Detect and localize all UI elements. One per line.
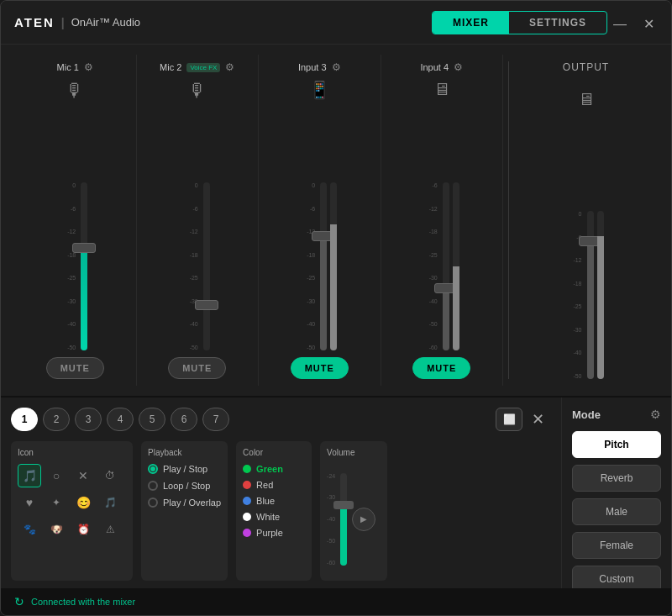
playback-radio-group: Play / Stop Loop / Stop Play / Overlap <box>148 464 221 508</box>
sb-tab-3[interactable]: 3 <box>75 408 102 431</box>
input3-mute-button[interactable]: MUTE <box>291 357 349 379</box>
mode-settings-icon[interactable]: ⚙ <box>650 408 661 421</box>
tab-mixer[interactable]: MIXER <box>433 12 509 34</box>
nav-tabs: MIXER SETTINGS <box>432 11 607 34</box>
minimize-button[interactable]: — <box>610 14 630 34</box>
color-section-title: Color <box>243 448 305 457</box>
color-option-green[interactable]: Green <box>243 464 305 474</box>
status-bar: ↻ Connected with the mixer <box>1 588 671 615</box>
playback-loop-stop-label: Loop / Stop <box>163 481 210 491</box>
input3-db-scale: 0 -6 -12 -18 -25 -30 -40 -50 <box>302 182 317 350</box>
icon-section-title: Icon <box>18 448 126 457</box>
playback-play-overlap-label: Play / Overlap <box>163 498 221 508</box>
input4-fader-track1[interactable] <box>443 182 449 350</box>
channel-mic2-header: Mic 2 Voice FX ⚙ <box>142 61 254 73</box>
mic2-gear-icon[interactable]: ⚙ <box>225 61 234 73</box>
mic1-mute-button[interactable]: MUTE <box>46 357 104 379</box>
sb-tab-4[interactable]: 4 <box>107 408 134 431</box>
icon-cell-2[interactable]: ✕ <box>71 464 95 487</box>
bottom-section: 1 2 3 4 5 6 7 ⬜ ✕ Icon 🎵 <box>1 398 671 588</box>
input4-fader-area: -6 -12 -18 -25 -30 -40 -50 -60 <box>386 106 498 350</box>
output-icon: 🖥 <box>578 90 595 109</box>
mic1-gear-icon[interactable]: ⚙ <box>84 61 93 73</box>
channel-output-header: OUTPUT <box>519 61 653 73</box>
mic1-db-scale: 0 -6 -12 -18 -25 -30 -40 -50 <box>62 182 77 350</box>
input4-fader-track2[interactable] <box>453 182 459 350</box>
sb-tab-2[interactable]: 2 <box>43 408 70 431</box>
mode-header: Mode ⚙ <box>572 408 661 421</box>
input3-icon: 📱 <box>309 80 330 100</box>
mic1-fader-area: 0 -6 -12 -18 -25 -30 -40 -50 <box>19 108 131 350</box>
icon-cell-1[interactable]: ○ <box>45 464 68 487</box>
color-option-blue[interactable]: Blue <box>243 496 305 506</box>
icon-cell-4[interactable]: ♥ <box>18 491 41 514</box>
color-options: Green Red Blue <box>243 464 305 538</box>
mic2-mute-button[interactable]: MUTE <box>168 357 226 379</box>
channel-input4-label: Input 4 <box>420 62 449 72</box>
color-option-red[interactable]: Red <box>243 480 305 490</box>
mic1-fader-thumb[interactable] <box>72 243 96 253</box>
sb-tab-1[interactable]: 1 <box>11 408 38 431</box>
color-dot-purple <box>243 529 251 537</box>
icon-cell-8[interactable]: 🐾 <box>18 518 41 541</box>
input4-mute-button[interactable]: MUTE <box>412 357 470 379</box>
volume-play-button[interactable]: ▶ <box>352 508 375 531</box>
icon-cell-0[interactable]: 🎵 <box>18 464 41 487</box>
input3-fader-track1[interactable] <box>320 182 327 350</box>
mic2-fader-thumb[interactable] <box>195 300 218 310</box>
icon-cell-7[interactable]: 🎵 <box>98 491 122 514</box>
input3-fader-track2[interactable] <box>330 182 337 350</box>
icon-cell-10[interactable]: ⏰ <box>71 518 95 541</box>
status-text: Connected with the mixer <box>31 597 135 607</box>
color-option-white[interactable]: White <box>243 512 305 522</box>
icon-cell-11[interactable]: ⚠ <box>98 518 122 541</box>
icon-cell-9[interactable]: 🐶 <box>45 518 68 541</box>
sb-tab-7[interactable]: 7 <box>202 408 229 431</box>
radio-loop-stop <box>148 481 158 491</box>
mic2-icon: 🎙 <box>188 80 207 102</box>
volume-fill <box>340 505 347 566</box>
mode-button-reverb[interactable]: Reverb <box>572 465 661 492</box>
playback-option-play-stop[interactable]: Play / Stop <box>148 464 221 474</box>
playback-option-loop-stop[interactable]: Loop / Stop <box>148 481 221 491</box>
input4-gear-icon[interactable]: ⚙ <box>454 61 463 73</box>
volume-track[interactable] <box>340 473 347 566</box>
mode-button-pitch[interactable]: Pitch <box>572 431 661 458</box>
output-fader-track1[interactable] <box>587 211 594 379</box>
sb-tab-5[interactable]: 5 <box>139 408 165 431</box>
color-label-purple: Purple <box>256 528 283 538</box>
app-logo: ATEN | OnAir™ Audio <box>14 15 140 29</box>
color-label-white: White <box>256 512 280 522</box>
mic2-fader-track[interactable] <box>203 182 210 350</box>
color-option-purple[interactable]: Purple <box>243 528 305 538</box>
input3-gear-icon[interactable]: ⚙ <box>332 61 341 73</box>
color-section: Color Green Red <box>236 441 312 581</box>
mode-panel: Mode ⚙ Pitch Reverb Male Female Custom <box>562 398 671 588</box>
volume-thumb[interactable] <box>333 501 354 509</box>
icon-cell-3[interactable]: ⏱ <box>98 464 122 487</box>
icon-cell-5[interactable]: ✦ <box>45 491 68 514</box>
mic1-icon: 🎙 <box>66 80 84 102</box>
mic1-fader-track[interactable] <box>81 182 87 350</box>
playback-section-title: Playback <box>148 448 221 457</box>
playback-option-play-overlap[interactable]: Play / Overlap <box>148 498 221 508</box>
input3-fader-area: 0 -6 -12 -18 -25 -30 -40 -50 <box>264 107 375 350</box>
mode-button-male[interactable]: Male <box>572 498 661 525</box>
output-fader-track2[interactable] <box>597 211 604 379</box>
mode-button-female[interactable]: Female <box>572 532 661 559</box>
channel-input3: Input 3 ⚙ 📱 0 -6 -12 -18 -25 -30 -40 -50 <box>259 55 381 386</box>
color-dot-blue <box>243 497 251 505</box>
mode-button-custom[interactable]: Custom <box>572 566 661 588</box>
output-fader-area: 0 -6 -12 -18 -25 -30 -40 -50 <box>519 116 653 379</box>
close-button[interactable]: ✕ <box>640 14 658 34</box>
icon-section: Icon 🎵 ○ ✕ ⏱ ♥ ✦ 😊 🎵 🐾 🐶 ⏰ <box>11 441 133 581</box>
tab-settings[interactable]: SETTINGS <box>509 12 606 34</box>
sb-tab-6[interactable]: 6 <box>171 408 197 431</box>
channel-output: OUTPUT 🖥 0 -6 -12 -18 -25 -30 -40 -50 <box>514 55 658 386</box>
channel-output-label: OUTPUT <box>563 61 609 73</box>
icon-cell-6[interactable]: 😊 <box>71 491 95 514</box>
soundboard-close-button[interactable]: ✕ <box>528 409 548 429</box>
app-window: ATEN | OnAir™ Audio MIXER SETTINGS — ✕ M… <box>0 0 672 616</box>
app-name: OnAir™ Audio <box>71 16 140 29</box>
sb-tab-extra[interactable]: ⬜ <box>496 408 522 431</box>
